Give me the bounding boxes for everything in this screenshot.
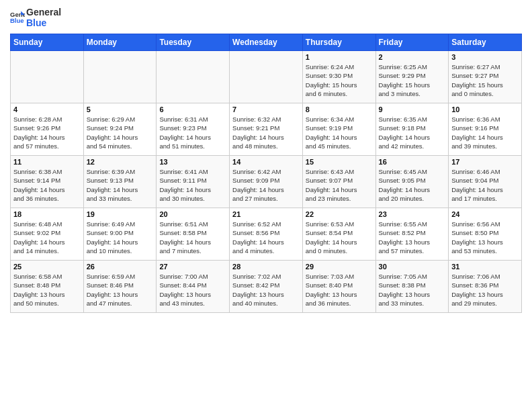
day-cell: 31Sunrise: 7:06 AMSunset: 8:36 PMDayligh…: [449, 261, 522, 313]
day-number: 6: [159, 105, 226, 113]
day-cell: 18Sunrise: 6:48 AMSunset: 9:02 PMDayligh…: [11, 208, 84, 261]
logo-general: General: [26, 7, 61, 17]
day-cell: 16Sunrise: 6:45 AMSunset: 9:05 PMDayligh…: [375, 156, 449, 208]
day-info: Sunrise: 6:38 AMSunset: 9:14 PMDaylight:…: [13, 167, 81, 203]
day-info: Sunrise: 6:55 AMSunset: 8:52 PMDaylight:…: [379, 220, 446, 255]
day-info: Sunrise: 7:06 AMSunset: 8:36 PMDaylight:…: [451, 272, 519, 308]
day-info: Sunrise: 6:35 AMSunset: 9:18 PMDaylight:…: [379, 115, 446, 150]
day-number: 29: [306, 263, 373, 271]
day-cell: 2Sunrise: 6:25 AMSunset: 9:29 PMDaylight…: [375, 51, 449, 103]
day-cell: 12Sunrise: 6:39 AMSunset: 9:13 PMDayligh…: [83, 156, 157, 208]
day-info: Sunrise: 6:52 AMSunset: 8:56 PMDaylight:…: [232, 220, 300, 255]
day-number: 31: [451, 263, 519, 271]
day-number: 13: [159, 158, 226, 166]
day-number: 12: [87, 158, 154, 166]
day-cell: 23Sunrise: 6:55 AMSunset: 8:52 PMDayligh…: [375, 208, 449, 261]
day-cell: 13Sunrise: 6:41 AMSunset: 9:11 PMDayligh…: [157, 156, 230, 208]
day-cell: 5Sunrise: 6:29 AMSunset: 9:24 PMDaylight…: [83, 103, 157, 156]
day-cell: 22Sunrise: 6:53 AMSunset: 8:54 PMDayligh…: [302, 208, 375, 261]
header-wednesday: Wednesday: [230, 34, 303, 51]
day-info: Sunrise: 6:58 AMSunset: 8:48 PMDaylight:…: [13, 272, 81, 308]
header-thursday: Thursday: [302, 34, 375, 51]
day-cell: 28Sunrise: 7:02 AMSunset: 8:42 PMDayligh…: [230, 261, 303, 313]
day-info: Sunrise: 6:56 AMSunset: 8:50 PMDaylight:…: [451, 220, 519, 255]
day-number: 26: [87, 263, 154, 271]
day-info: Sunrise: 6:51 AMSunset: 8:58 PMDaylight:…: [159, 220, 226, 255]
day-cell: [230, 51, 303, 103]
day-cell: 8Sunrise: 6:34 AMSunset: 9:19 PMDaylight…: [302, 103, 375, 156]
day-cell: 29Sunrise: 7:03 AMSunset: 8:40 PMDayligh…: [302, 261, 375, 313]
day-cell: 14Sunrise: 6:42 AMSunset: 9:09 PMDayligh…: [230, 156, 303, 208]
day-info: Sunrise: 6:24 AMSunset: 9:30 PMDaylight:…: [306, 62, 373, 98]
day-number: 24: [451, 210, 519, 218]
day-cell: 30Sunrise: 7:05 AMSunset: 8:38 PMDayligh…: [375, 261, 449, 313]
day-cell: 9Sunrise: 6:35 AMSunset: 9:18 PMDaylight…: [375, 103, 449, 156]
day-number: 10: [451, 105, 519, 113]
header-tuesday: Tuesday: [157, 34, 230, 51]
day-cell: 1Sunrise: 6:24 AMSunset: 9:30 PMDaylight…: [302, 51, 375, 103]
day-info: Sunrise: 6:34 AMSunset: 9:19 PMDaylight:…: [306, 115, 373, 150]
day-cell: 27Sunrise: 7:00 AMSunset: 8:44 PMDayligh…: [157, 261, 230, 313]
day-cell: [157, 51, 230, 103]
day-info: Sunrise: 6:39 AMSunset: 9:13 PMDaylight:…: [87, 167, 154, 203]
day-number: 20: [159, 210, 226, 218]
day-info: Sunrise: 6:43 AMSunset: 9:07 PMDaylight:…: [306, 167, 373, 203]
day-number: 22: [306, 210, 373, 218]
day-number: 2: [379, 53, 446, 61]
day-number: 19: [87, 210, 154, 218]
day-number: 7: [232, 105, 300, 113]
day-cell: 4Sunrise: 6:28 AMSunset: 9:26 PMDaylight…: [11, 103, 84, 156]
header-monday: Monday: [83, 34, 157, 51]
day-number: 15: [306, 158, 373, 166]
day-cell: 25Sunrise: 6:58 AMSunset: 8:48 PMDayligh…: [11, 261, 84, 313]
day-info: Sunrise: 6:42 AMSunset: 9:09 PMDaylight:…: [232, 167, 300, 203]
day-info: Sunrise: 6:32 AMSunset: 9:21 PMDaylight:…: [232, 115, 300, 150]
day-info: Sunrise: 6:48 AMSunset: 9:02 PMDaylight:…: [13, 220, 81, 255]
day-info: Sunrise: 6:49 AMSunset: 9:00 PMDaylight:…: [87, 220, 154, 255]
day-number: 3: [451, 53, 519, 61]
day-info: Sunrise: 6:46 AMSunset: 9:04 PMDaylight:…: [451, 167, 519, 203]
day-number: 27: [159, 263, 226, 271]
calendar-table: SundayMondayTuesdayWednesdayThursdayFrid…: [10, 34, 522, 313]
header-sunday: Sunday: [11, 34, 84, 51]
day-info: Sunrise: 6:53 AMSunset: 8:54 PMDaylight:…: [306, 220, 373, 255]
header-friday: Friday: [375, 34, 449, 51]
day-info: Sunrise: 6:59 AMSunset: 8:46 PMDaylight:…: [87, 272, 154, 308]
page-container: General Blue General Blue SundayMondayTu…: [0, 0, 532, 316]
day-number: 1: [306, 53, 373, 61]
day-cell: [83, 51, 157, 103]
day-number: 25: [13, 263, 81, 271]
day-cell: 21Sunrise: 6:52 AMSunset: 8:56 PMDayligh…: [230, 208, 303, 261]
day-info: Sunrise: 6:25 AMSunset: 9:29 PMDaylight:…: [379, 62, 446, 98]
day-info: Sunrise: 6:41 AMSunset: 9:11 PMDaylight:…: [159, 167, 226, 203]
day-number: 4: [13, 105, 81, 113]
day-cell: 20Sunrise: 6:51 AMSunset: 8:58 PMDayligh…: [157, 208, 230, 261]
week-row-4: 25Sunrise: 6:58 AMSunset: 8:48 PMDayligh…: [11, 261, 522, 313]
day-cell: 26Sunrise: 6:59 AMSunset: 8:46 PMDayligh…: [83, 261, 157, 313]
day-info: Sunrise: 7:00 AMSunset: 8:44 PMDaylight:…: [159, 272, 226, 308]
logo: General Blue General Blue: [10, 7, 61, 28]
day-number: 30: [379, 263, 446, 271]
day-number: 28: [232, 263, 300, 271]
logo-blue: Blue: [26, 17, 61, 28]
day-number: 17: [451, 158, 519, 166]
day-cell: 10Sunrise: 6:36 AMSunset: 9:16 PMDayligh…: [449, 103, 522, 156]
day-cell: 7Sunrise: 6:32 AMSunset: 9:21 PMDaylight…: [230, 103, 303, 156]
day-info: Sunrise: 6:31 AMSunset: 9:23 PMDaylight:…: [159, 115, 226, 150]
day-info: Sunrise: 7:03 AMSunset: 8:40 PMDaylight:…: [306, 272, 373, 308]
day-info: Sunrise: 7:05 AMSunset: 8:38 PMDaylight:…: [379, 272, 446, 308]
week-row-0: 1Sunrise: 6:24 AMSunset: 9:30 PMDaylight…: [11, 51, 522, 103]
day-info: Sunrise: 6:36 AMSunset: 9:16 PMDaylight:…: [451, 115, 519, 150]
day-cell: [11, 51, 84, 103]
week-row-3: 18Sunrise: 6:48 AMSunset: 9:02 PMDayligh…: [11, 208, 522, 261]
day-cell: 24Sunrise: 6:56 AMSunset: 8:50 PMDayligh…: [449, 208, 522, 261]
day-cell: 15Sunrise: 6:43 AMSunset: 9:07 PMDayligh…: [302, 156, 375, 208]
week-row-2: 11Sunrise: 6:38 AMSunset: 9:14 PMDayligh…: [11, 156, 522, 208]
day-number: 23: [379, 210, 446, 218]
day-info: Sunrise: 6:28 AMSunset: 9:26 PMDaylight:…: [13, 115, 81, 150]
day-number: 8: [306, 105, 373, 113]
day-info: Sunrise: 7:02 AMSunset: 8:42 PMDaylight:…: [232, 272, 300, 308]
day-number: 16: [379, 158, 446, 166]
week-row-1: 4Sunrise: 6:28 AMSunset: 9:26 PMDaylight…: [11, 103, 522, 156]
svg-text:Blue: Blue: [10, 17, 24, 24]
